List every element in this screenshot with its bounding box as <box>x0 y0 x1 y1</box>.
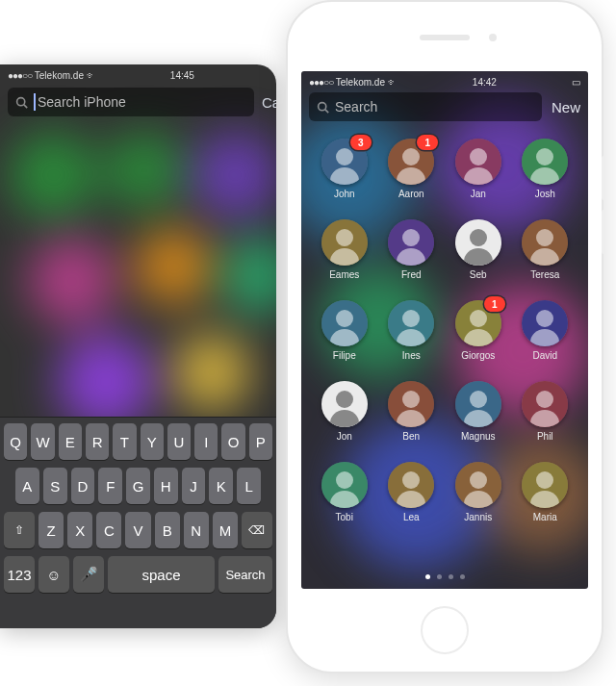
key-f[interactable]: F <box>98 468 122 504</box>
contact-ines[interactable]: Ines <box>378 300 446 375</box>
contact-jon[interactable]: Jon <box>311 381 378 456</box>
key-n[interactable]: N <box>184 512 209 548</box>
key-s[interactable]: S <box>43 468 67 504</box>
key-⌫[interactable]: ⌫ <box>242 512 272 548</box>
contact-tobi[interactable]: Tobi <box>311 462 378 537</box>
key-space[interactable]: space <box>108 556 215 593</box>
contact-jannis[interactable]: Jannis <box>445 462 512 537</box>
cancel-button[interactable]: Cancel <box>262 94 276 111</box>
contact-josh[interactable]: Josh <box>512 139 579 214</box>
contact-magnus[interactable]: Magnus <box>445 381 512 456</box>
svg-point-82 <box>536 471 553 489</box>
contact-name: John <box>334 189 355 199</box>
svg-point-74 <box>402 471 420 489</box>
contact-name: Giorgos <box>461 350 495 361</box>
key-m[interactable]: M <box>213 512 238 548</box>
page-dot[interactable] <box>425 574 430 579</box>
key-i[interactable]: I <box>194 423 218 460</box>
spotlight-search-input[interactable]: Search iPhone <box>8 88 254 116</box>
key-r[interactable]: R <box>86 423 109 460</box>
svg-point-62 <box>470 391 487 408</box>
key-☺[interactable]: ☺ <box>38 556 69 593</box>
key-x[interactable]: X <box>67 512 92 548</box>
key-a[interactable]: A <box>15 468 39 504</box>
contact-david[interactable]: David <box>512 300 579 375</box>
key-p[interactable]: P <box>249 423 272 460</box>
contact-giorgos[interactable]: 1Giorgos <box>445 300 512 375</box>
avatar <box>321 381 368 427</box>
front-camera <box>489 34 497 41</box>
contact-name: Filipe <box>333 350 356 361</box>
contact-jan[interactable]: Jan <box>445 139 512 214</box>
contact-lea[interactable]: Lea <box>378 462 446 537</box>
contact-name: Magnus <box>461 431 496 442</box>
contact-aaron[interactable]: 1Aaron <box>378 139 446 214</box>
key-k[interactable]: K <box>209 468 233 504</box>
avatar <box>388 300 434 346</box>
page-dot[interactable] <box>460 574 465 579</box>
contact-filipe[interactable]: Filipe <box>311 300 378 375</box>
contact-fred[interactable]: Fred <box>378 219 446 294</box>
key-v[interactable]: V <box>125 512 150 548</box>
page-dot[interactable] <box>437 574 442 579</box>
avatar <box>522 381 568 427</box>
key-w[interactable]: W <box>31 423 54 460</box>
avatar <box>321 300 368 346</box>
svg-point-2 <box>319 102 326 110</box>
battery-icon: ▭ <box>572 77 580 88</box>
key-🎤[interactable]: 🎤 <box>73 556 104 593</box>
notification-badge: 1 <box>484 296 505 312</box>
svg-point-30 <box>470 229 487 246</box>
contact-john[interactable]: 3John <box>311 139 378 214</box>
notification-badge: 1 <box>417 135 438 150</box>
contact-eames[interactable]: Eames <box>311 219 378 294</box>
contact-name: Teresa <box>530 269 559 280</box>
contact-phil[interactable]: Phil <box>512 381 579 456</box>
contact-name: Aaron <box>398 189 424 199</box>
key-123[interactable]: 123 <box>4 556 35 593</box>
key-e[interactable]: E <box>59 423 82 460</box>
key-h[interactable]: H <box>154 468 178 504</box>
avatar <box>321 219 368 266</box>
contact-teresa[interactable]: Teresa <box>512 219 579 294</box>
key-search[interactable]: Search <box>218 556 272 593</box>
search-input[interactable]: Search <box>309 92 542 121</box>
contact-maria[interactable]: Maria <box>512 462 579 537</box>
svg-point-50 <box>536 310 553 327</box>
key-d[interactable]: D <box>71 468 95 504</box>
key-u[interactable]: U <box>167 423 191 460</box>
key-z[interactable]: Z <box>38 512 64 548</box>
svg-point-6 <box>336 148 353 165</box>
contact-name: Jon <box>337 431 352 442</box>
avatar: 1 <box>455 300 501 346</box>
contact-ben[interactable]: Ben <box>378 381 446 456</box>
volume-button[interactable] <box>602 210 605 254</box>
power-button[interactable] <box>602 156 605 200</box>
avatar <box>388 381 434 427</box>
contact-name: Ben <box>402 431 420 442</box>
contacts-grid: 3John1AaronJanJoshEamesFredSebTeresaFili… <box>301 135 588 562</box>
page-dot[interactable] <box>449 574 453 579</box>
contact-name: Seb <box>470 269 487 280</box>
svg-line-3 <box>325 109 328 112</box>
svg-point-54 <box>336 391 353 408</box>
key-⇧[interactable]: ⇧ <box>4 512 35 548</box>
key-o[interactable]: O <box>221 423 244 460</box>
avatar <box>522 462 568 508</box>
contact-name: Jannis <box>464 512 492 522</box>
contact-name: Josh <box>535 189 555 199</box>
key-g[interactable]: G <box>126 468 150 504</box>
key-t[interactable]: T <box>113 423 136 460</box>
home-button[interactable] <box>421 606 469 654</box>
key-y[interactable]: Y <box>141 423 164 460</box>
key-c[interactable]: C <box>96 512 121 548</box>
key-q[interactable]: Q <box>4 423 27 460</box>
new-button[interactable]: New <box>552 99 580 115</box>
key-l[interactable]: L <box>237 468 261 504</box>
key-j[interactable]: J <box>182 468 206 504</box>
key-b[interactable]: B <box>155 512 180 548</box>
avatar <box>455 139 501 185</box>
page-indicator[interactable] <box>301 574 588 579</box>
contact-name: David <box>532 350 557 361</box>
contact-seb[interactable]: Seb <box>445 219 512 294</box>
